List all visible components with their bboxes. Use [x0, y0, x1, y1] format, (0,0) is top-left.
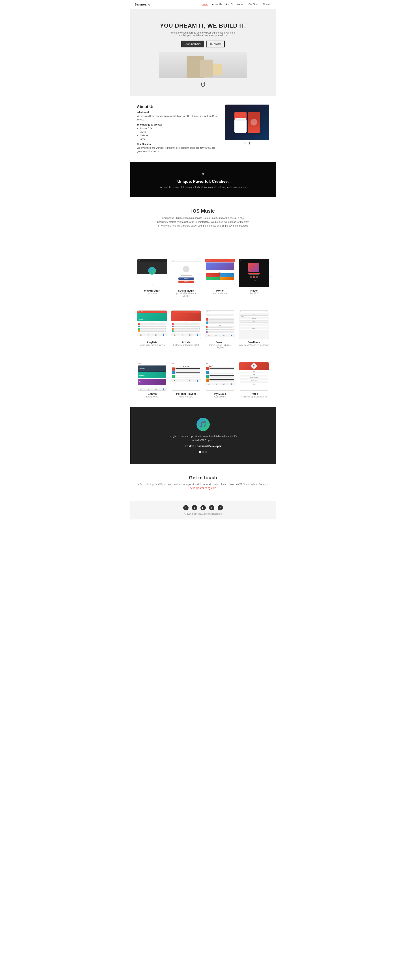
screenshot-profile: 👤 Name Email Payment Information Member …	[239, 362, 269, 398]
vimeo-icon[interactable]: v	[218, 505, 223, 511]
youtube-icon[interactable]: ▶	[201, 505, 206, 511]
label-myplaylists: Peronal Playlist	[171, 392, 201, 396]
screenshot-myplaylists: ‹ Arts My Playlists	[171, 362, 201, 398]
dot-3	[205, 451, 207, 453]
scroll-indicator	[201, 82, 205, 87]
facebook-icon[interactable]: f	[183, 505, 189, 511]
phone-genres: ‹ Genres Hard Rock Electronic Pop 🏠🔍🎵👤	[137, 362, 167, 391]
screenshot-home: ≡ Discover Best of the Week Genres Home …	[205, 259, 235, 297]
label-artists: Artists	[171, 341, 201, 344]
phone-1	[234, 112, 247, 133]
sublabel-walkthrough: Introduce	[137, 292, 167, 295]
label-mymusic: My Music	[205, 392, 235, 396]
screenshot-genres: ‹ Genres Hard Rock Electronic Pop 🏠🔍🎵👤 G…	[137, 362, 167, 398]
buynow-button[interactable]: BUY NOW	[206, 41, 225, 48]
nav-screenshots[interactable]: App Screenshots	[226, 3, 245, 6]
twitter-icon[interactable]: t	[192, 505, 197, 511]
screenshot-feedback: ‹ Feedback Send Type Question Attachment…	[239, 310, 269, 349]
sublabel-feedback: Any ideas ? send us feedback	[239, 344, 269, 346]
footer: f t ▶ in v © 2016 Slekcode. All Rights R…	[131, 501, 276, 519]
codecanyon-button[interactable]: CODECANYON	[181, 41, 204, 48]
nav-contact[interactable]: Contact	[263, 3, 271, 6]
about-what-text: We are small team that working on all pl…	[137, 115, 221, 121]
hero-buttons: CODECANYON BUY NOW	[181, 41, 225, 48]
testimonial-author: Kristoff - Backend Developer	[135, 445, 271, 448]
tech-item-3: Swift 3+	[140, 134, 221, 137]
about-mission-text: We love music and we want to build the b…	[137, 146, 221, 153]
tech-item-2: Jwt.io	[140, 130, 221, 134]
contact-email[interactable]: hello@samneang.com	[135, 487, 271, 490]
linkedin-icon[interactable]: in	[209, 505, 214, 511]
footer-copyright: © 2016 Slekcode. All Rights Reserved	[135, 512, 271, 515]
dark-banner: ✦ Unique. Powerful. Creative. We use the…	[131, 162, 276, 197]
label-social: Social Media	[171, 289, 201, 292]
screenshot-walkthrough: 9:41 Walkthrough Introduce	[137, 259, 167, 297]
screenshots-row3: ‹ Genres Hard Rock Electronic Pop 🏠🔍🎵👤 G…	[131, 358, 276, 407]
navbar: Samneang Home About Us App Screenshots O…	[131, 0, 276, 9]
hero-image	[159, 52, 247, 78]
hero-subtitle: We are working hard to offer the best ex…	[170, 31, 236, 37]
dot-2	[202, 451, 204, 453]
nav-home[interactable]: Home	[202, 3, 208, 6]
phone-playlists: We Are the People ▶ SHUFFLE Tracks 3:21 …	[137, 310, 167, 339]
tech-item-1: Laravel 5.4+	[140, 127, 221, 130]
phone-player: 9:41 f t @	[239, 259, 269, 287]
phone-profile: 👤 Name Email Payment Information Member …	[239, 362, 269, 391]
phone-myplaylists: ‹ Arts My Playlists	[171, 362, 201, 391]
apple-icon: ⬇	[248, 142, 251, 145]
phone-social: 9:41 Facebook Google	[171, 259, 201, 287]
label-search: Search	[205, 341, 235, 344]
sublabel-player: Just hit it	[239, 292, 269, 295]
download-icon: ⬇	[244, 142, 246, 145]
screenshot-playlists: We Are the People ▶ SHUFFLE Tracks 3:21 …	[137, 310, 167, 349]
label-genres: Genres	[137, 392, 167, 396]
tech-item-4: Java	[140, 137, 221, 141]
label-feedback: Feedback	[239, 341, 269, 344]
contact-title: Get in touch	[135, 475, 271, 480]
phone-artists: Artists ♥ Tracks 3:21 3:45 4:12 3:33 🏠🔍🎵…	[171, 310, 201, 339]
phone-walkthrough: 9:41	[137, 259, 167, 287]
sublabel-genres: Every mood	[137, 396, 167, 398]
about-title: About Us	[137, 105, 221, 109]
dot-1	[199, 451, 201, 453]
phone-feedback: ‹ Feedback Send Type Question Attachment…	[239, 310, 269, 339]
testimonial-dots	[135, 451, 271, 453]
about-section: About Us What we do We are small team th…	[131, 96, 276, 162]
sublabel-playlists: Follow your friend's playlist	[137, 344, 167, 346]
contact-section: Get in touch Let's create together! If y…	[131, 464, 276, 501]
label-player: Player	[239, 289, 269, 292]
screenshot-artists: Artists ♥ Tracks 3:21 3:45 4:12 3:33 🏠🔍🎵…	[171, 310, 201, 349]
screenshot-search: 🔍 Search Search... Artists Tracks 3:21 3…	[205, 310, 235, 349]
divider	[203, 231, 203, 240]
screenshot-mymusic: Music Tracks Album Artist	[205, 362, 235, 398]
sublabel-home: You're all done	[205, 292, 235, 295]
sublabel-mymusic: Get it yours	[205, 396, 235, 398]
nav-about[interactable]: About Us	[212, 3, 222, 6]
sublabel-social: Login with Facebook and Google	[171, 292, 201, 297]
about-text: About Us What we do We are small team th…	[137, 105, 221, 153]
banner-subtitle: We use the power of design and technolog…	[135, 186, 271, 188]
phone-mymusic: Music Tracks Album Artist	[205, 362, 235, 391]
ios-description: Samneang - Music streaming service like …	[157, 216, 250, 228]
banner-title: Unique. Powerful. Creative.	[135, 179, 271, 184]
nav-team[interactable]: Our Team	[248, 3, 259, 6]
ios-section: iOS Music Samneang - Music streaming ser…	[131, 197, 276, 254]
contact-subtitle: Let's create together! If you have any i…	[135, 483, 271, 485]
label-profile: Profile	[239, 392, 269, 396]
label-playlists: Playlists	[137, 341, 167, 344]
sublabel-search: Tracks, artists, albums, playlists	[205, 344, 235, 349]
creative-icon: ✦	[135, 171, 271, 177]
testimonial-quote: I'm glad to have an opportunity to work …	[168, 434, 239, 442]
phone-2	[248, 112, 260, 133]
phone-search: 🔍 Search Search... Artists Tracks 3:21 3…	[205, 310, 235, 339]
nav-logo: Samneang	[135, 3, 150, 6]
about-tech-label: Technology to create:	[137, 123, 221, 126]
about-mockup: ⬇ ⬇	[225, 105, 269, 145]
mockup-image	[225, 105, 269, 140]
sublabel-artists: Follow your favorites artist	[171, 344, 201, 346]
screenshot-social: 9:41 Facebook Google Social Media Login …	[171, 259, 201, 297]
screenshots-row1: 9:41 Walkthrough Introduce 9	[131, 254, 276, 306]
hero-section: YOU DREAM IT, WE BUILD IT. We are workin…	[131, 9, 276, 96]
about-mission-label: Our Mission	[137, 143, 221, 145]
label-walkthrough: Walkthrough	[137, 289, 167, 292]
